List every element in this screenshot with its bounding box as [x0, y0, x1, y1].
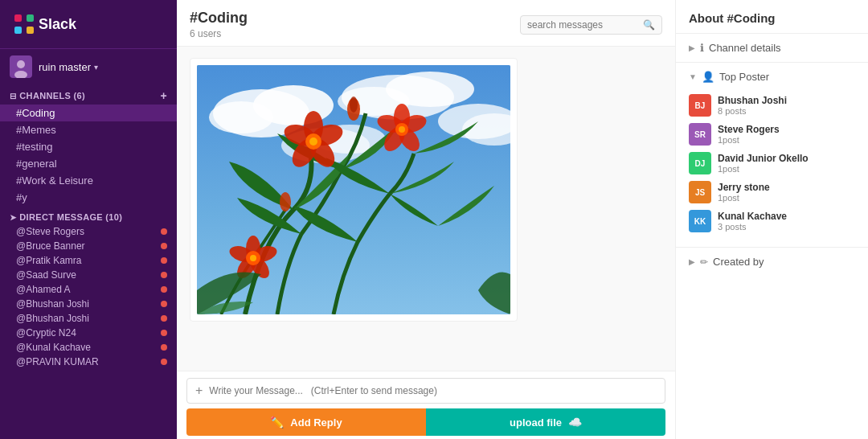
avatar — [10, 55, 32, 78]
poster-item: SR Steve Rogers 1post — [689, 123, 855, 146]
channel-meta: 6 users — [190, 28, 248, 39]
unread-indicator — [161, 330, 167, 336]
dm-item[interactable]: @Steve Rogers — [0, 224, 177, 239]
unread-indicator — [161, 344, 167, 351]
channel-item[interactable]: #y — [0, 189, 177, 206]
svg-point-10 — [209, 101, 273, 133]
poster-item: BJ Bhushan Joshi 8 posts — [689, 94, 855, 117]
unread-indicator — [161, 228, 167, 235]
poster-avatar: KK — [689, 210, 711, 232]
svg-point-33 — [350, 96, 358, 113]
user-name: ruin master — [39, 61, 91, 73]
dm-item[interactable]: @Kunal Kachave — [0, 340, 177, 355]
dm-section-header[interactable]: ➤ DIRECT MESSAGE (10) — [0, 206, 177, 224]
channel-title: #Coding — [190, 10, 248, 27]
flower-image — [197, 65, 510, 314]
message-input[interactable] — [209, 385, 657, 396]
channel-item[interactable]: #Coding — [0, 105, 177, 121]
dm-arrow-icon: ➤ — [10, 213, 16, 222]
add-channel-icon[interactable]: + — [160, 89, 167, 102]
compose-row: + — [186, 378, 665, 404]
dm-item[interactable]: @Cryptic N24 — [0, 326, 177, 340]
search-icon: 🔍 — [643, 19, 655, 31]
user-chevron-icon: ▾ — [94, 63, 98, 72]
right-panel: About #Coding ▶ ℹ Channel details ▼ 👤 To… — [675, 0, 868, 439]
about-header: About #Coding — [676, 0, 868, 34]
poster-avatar: SR — [689, 123, 711, 146]
dm-item[interactable]: @Pratik Kamra — [0, 253, 177, 268]
channel-details-section: ▶ ℹ Channel details — [676, 34, 868, 63]
search-input[interactable] — [527, 19, 640, 31]
user-row[interactable]: ruin master ▾ — [0, 49, 177, 84]
dm-item[interactable]: @Bhushan Joshi — [0, 297, 177, 311]
sidebar-header: Slack — [0, 0, 177, 49]
dm-item[interactable]: @Ahamed A — [0, 282, 177, 297]
dm-item[interactable]: @Saad Surve — [0, 268, 177, 282]
svg-point-31 — [399, 126, 405, 133]
compose-area: + ✏️ Add Reply upload file ☁️ — [177, 371, 675, 439]
svg-rect-3 — [27, 27, 34, 34]
poster-list: BJ Bhushan Joshi 8 posts SR Steve Rogers… — [676, 91, 868, 247]
upload-icon: ☁️ — [568, 416, 582, 429]
image-message — [190, 58, 518, 322]
poster-avatar: JS — [689, 181, 711, 203]
add-attachment-icon[interactable]: + — [195, 384, 203, 398]
svg-point-41 — [250, 255, 256, 261]
svg-point-34 — [280, 192, 291, 211]
chevron-down-icon: ▼ — [689, 72, 697, 81]
dm-item[interactable]: @Bhushan Joshi — [0, 311, 177, 326]
channel-item[interactable]: #general — [0, 155, 177, 172]
channel-item[interactable]: #Memes — [0, 121, 177, 138]
person-icon: 👤 — [702, 71, 714, 83]
upload-file-button[interactable]: upload file ☁️ — [426, 408, 665, 436]
channel-item[interactable]: #Work & Leisure — [0, 172, 177, 189]
unread-indicator — [161, 272, 167, 278]
svg-rect-2 — [27, 14, 34, 22]
poster-avatar: DJ — [689, 152, 711, 174]
unread-indicator — [161, 286, 167, 293]
poster-avatar: BJ — [689, 94, 711, 117]
svg-rect-0 — [14, 14, 22, 22]
add-reply-button[interactable]: ✏️ Add Reply — [186, 408, 426, 436]
svg-point-5 — [17, 60, 25, 68]
unread-indicator — [161, 359, 167, 365]
unread-indicator — [161, 301, 167, 307]
svg-point-24 — [309, 137, 317, 146]
app-name: Slack — [39, 16, 76, 33]
messages-area[interactable] — [177, 47, 675, 371]
top-poster-header[interactable]: ▼ 👤 Top Poster — [676, 63, 868, 91]
slack-logo-icon — [10, 10, 39, 39]
search-bar[interactable]: 🔍 — [520, 15, 662, 35]
info-icon: ℹ — [700, 42, 704, 54]
unread-indicator — [161, 315, 167, 322]
unread-indicator — [161, 243, 167, 249]
sidebar: Slack ruin master ▾ ⊟ CHANNELS (6) + #Co… — [0, 0, 177, 439]
poster-item: KK Kunal Kachave 3 posts — [689, 210, 855, 232]
channels-section-header[interactable]: ⊟ CHANNELS (6) + — [0, 84, 177, 105]
channel-header: #Coding 6 users 🔍 — [177, 0, 675, 47]
channel-item[interactable]: #testing — [0, 138, 177, 155]
channels-label: CHANNELS (6) — [19, 91, 85, 101]
dm-label: DIRECT MESSAGE (10) — [19, 212, 122, 222]
top-poster-section: ▼ 👤 Top Poster BJ Bhushan Joshi 8 posts … — [676, 63, 868, 248]
edit-icon: ✏ — [700, 256, 708, 268]
svg-rect-1 — [14, 27, 22, 34]
main-content: #Coding 6 users 🔍 — [177, 0, 675, 439]
channels-icon: ⊟ — [10, 92, 16, 101]
reply-icon: ✏️ — [270, 416, 284, 429]
action-button-row: ✏️ Add Reply upload file ☁️ — [186, 408, 665, 436]
chevron-right-icon: ▶ — [689, 257, 695, 266]
created-by-section[interactable]: ▶ ✏ Created by — [676, 248, 868, 276]
poster-item: DJ David Junior Okello 1post — [689, 152, 855, 174]
unread-indicator — [161, 257, 167, 264]
dm-item[interactable]: @PRAVIN KUMAR — [0, 355, 177, 369]
channel-details-header[interactable]: ▶ ℹ Channel details — [676, 34, 868, 62]
dm-item[interactable]: @Bruce Banner — [0, 239, 177, 253]
poster-item: JS Jerry stone 1post — [689, 181, 855, 203]
chevron-right-icon: ▶ — [689, 43, 695, 52]
